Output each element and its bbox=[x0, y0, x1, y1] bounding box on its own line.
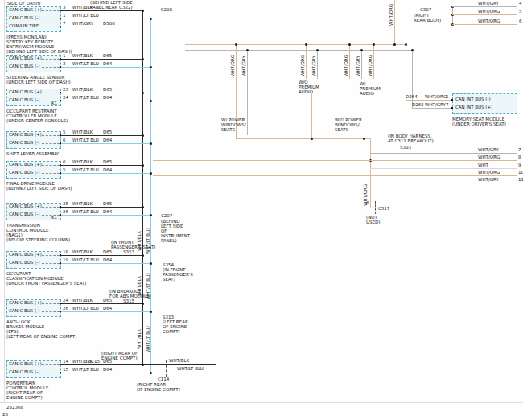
wire-color-label-vertical: WHT/LT BLU bbox=[146, 326, 150, 352]
module-pin-label: COM/LIN TIRE bbox=[9, 23, 39, 28]
doc-number: 282368 bbox=[6, 405, 23, 410]
connector-note: REAR BODY) bbox=[414, 18, 441, 23]
pin-number: 8 bbox=[518, 154, 521, 159]
module-caption: (BELOW STEERING COLUMN) bbox=[6, 237, 70, 242]
splice-dot bbox=[373, 43, 375, 46]
wire-row bbox=[61, 93, 142, 93]
splice-dot bbox=[142, 134, 144, 137]
connector-note: USED) bbox=[366, 220, 380, 224]
circuit-label: D65 bbox=[103, 130, 112, 134]
module-pin-label: CAN C BUS (-) bbox=[9, 308, 39, 313]
splice-dot bbox=[142, 254, 144, 257]
connector-label-c207: C207 bbox=[161, 213, 172, 218]
mid-pin-wire bbox=[370, 153, 517, 154]
splice-note: SEAT) bbox=[163, 277, 175, 282]
splice-dot bbox=[142, 58, 144, 60]
wire-vertical bbox=[349, 44, 350, 79]
wire-color-label: WHT/LT BLU bbox=[72, 13, 99, 18]
splice-dot bbox=[150, 100, 152, 102]
can-c-minus-bus bbox=[150, 18, 151, 373]
pin-number: 3 bbox=[63, 61, 66, 66]
wire-color-label: WHT bbox=[478, 163, 488, 167]
circuit-label: D65 bbox=[103, 201, 112, 206]
pin-number: 10 bbox=[518, 170, 523, 175]
wire-vertical bbox=[394, 0, 395, 44]
pin-number: 9 bbox=[518, 163, 521, 167]
circuit-label: D265 bbox=[412, 102, 424, 107]
pin-number: 6 bbox=[519, 19, 522, 23]
module-pin-label: CAN C BUS (-) bbox=[9, 15, 39, 20]
pin-number: 1 bbox=[63, 13, 66, 18]
option-group-label: SEATS bbox=[335, 127, 348, 132]
connector-c317-line bbox=[375, 201, 376, 214]
module-pin-label: CAN C BUS (+) bbox=[9, 361, 42, 366]
circuit-label: D64 bbox=[103, 138, 112, 142]
connector-c114-line bbox=[166, 360, 167, 377]
extra-pin-label: K1 bbox=[51, 101, 57, 105]
splice-dot bbox=[246, 49, 249, 51]
wire-vertical bbox=[361, 50, 362, 79]
wire-row bbox=[61, 143, 150, 144]
inner-leader-line bbox=[42, 67, 60, 68]
pin-number: 14 bbox=[63, 359, 68, 364]
splice-dot bbox=[150, 311, 152, 313]
memory-seat-wire bbox=[412, 108, 452, 109]
wire-row bbox=[61, 10, 142, 11]
module-caption: ENGINE COMPT) bbox=[6, 395, 43, 400]
circuit-label: D64 bbox=[103, 367, 112, 372]
splice-label-s353: S353 bbox=[123, 249, 134, 254]
connector-note: PANEL) bbox=[161, 238, 177, 243]
pin-number: 15 bbox=[63, 367, 68, 372]
wire-color-label-vertical: WHT/BLK bbox=[137, 329, 142, 349]
wire-color-label-vertical: WHT/ORG bbox=[368, 55, 373, 76]
inner-leader-line bbox=[42, 263, 60, 264]
circuit-label: D264 bbox=[406, 94, 418, 99]
pin-number: 24 bbox=[63, 298, 68, 303]
inner-leader-line bbox=[42, 373, 60, 373]
module-caption: (UNDER FRONT PASSENGER'S SEAT) bbox=[6, 281, 87, 286]
splice-dot bbox=[142, 364, 144, 366]
splice-label-s303: S303 bbox=[400, 145, 411, 150]
wire-color-label-vertical: WHT/BLK bbox=[137, 276, 142, 296]
splice-label-s315: S315 bbox=[123, 299, 134, 303]
mid-pin-wire bbox=[370, 183, 517, 183]
pin-number: 25 bbox=[63, 201, 68, 206]
top-pin-wire bbox=[452, 6, 517, 7]
wire-color-label-vertical: WHT/GRY bbox=[241, 56, 246, 76]
wire-color-label: WHT/ORG bbox=[478, 170, 500, 175]
wire-color-label: WHT/LT BLU bbox=[72, 138, 99, 142]
wire-row bbox=[61, 303, 142, 304]
pin-number: 7 bbox=[518, 147, 521, 152]
wire-color-label: WHT/GRY bbox=[72, 21, 93, 26]
wire-vertical bbox=[406, 44, 406, 100]
option-group-label: SEATS bbox=[221, 127, 235, 132]
wire-color-label: WHT/ORG bbox=[425, 94, 447, 99]
pin-number: 5 bbox=[63, 130, 66, 134]
pin-number: 18 bbox=[63, 249, 68, 254]
page-bottom-line bbox=[0, 402, 523, 403]
inner-leader-line bbox=[42, 165, 60, 166]
wire-color-label-vertical: WHT/GRY bbox=[356, 56, 360, 76]
wire-color-label: WHT/GRY bbox=[478, 147, 499, 152]
circuit-label: D65 bbox=[103, 87, 112, 92]
wire-row bbox=[61, 215, 150, 216]
wire-row bbox=[61, 207, 142, 208]
module-caption: SHIFT LEVER ASSEMBLY bbox=[6, 151, 59, 156]
circuit-label: D64 bbox=[103, 306, 112, 311]
s303-drop bbox=[370, 138, 371, 208]
connector-note: OF ENGINE COMPT) bbox=[137, 387, 180, 392]
wiring-diagram: 28236828CAN C BUS (+)3WHT/BLKCAN C BUS (… bbox=[0, 0, 523, 420]
wire-vertical bbox=[247, 50, 248, 135]
splice-dot bbox=[142, 303, 144, 305]
wire-color-label: WHT/GRY bbox=[478, 1, 499, 6]
splice-dot bbox=[305, 43, 307, 46]
partial-location-label: SIDE OF DASH) bbox=[7, 1, 41, 6]
wire-color-label: WHT/LT BLU bbox=[72, 257, 99, 262]
circuit-label: D65 bbox=[103, 53, 112, 58]
wire-color-label-vertical: WHT/ORG bbox=[363, 184, 368, 206]
wire-color-label: WHT/BLK bbox=[72, 249, 93, 254]
pin-number: 5 bbox=[519, 9, 522, 14]
module-pin-label: CAN C BUS (-) bbox=[9, 212, 39, 216]
memory-seat-wire bbox=[406, 100, 452, 101]
pin-number: 7 bbox=[446, 102, 449, 107]
